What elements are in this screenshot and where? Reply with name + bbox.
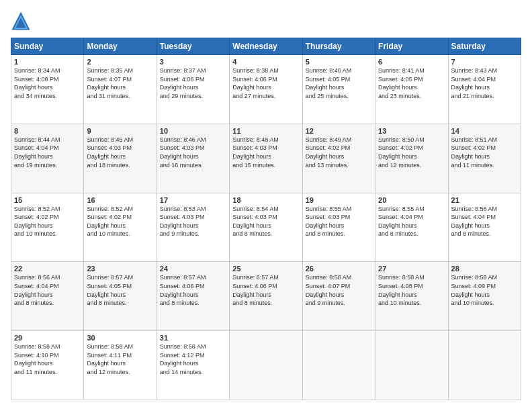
day-number: 18 xyxy=(232,196,299,204)
day-number: 8 xyxy=(14,127,81,135)
calendar-day-cell xyxy=(448,331,521,400)
day-info: Sunrise: 8:57 AMSunset: 4:06 PMDaylight … xyxy=(232,273,299,307)
day-info: Sunrise: 8:49 AMSunset: 4:02 PMDaylight … xyxy=(306,136,372,169)
calendar-day-cell: 21Sunrise: 8:56 AMSunset: 4:04 PMDayligh… xyxy=(448,193,521,262)
calendar-day-cell: 16Sunrise: 8:52 AMSunset: 4:02 PMDayligh… xyxy=(84,193,157,262)
calendar-day-cell: 10Sunrise: 8:46 AMSunset: 4:03 PMDayligh… xyxy=(157,124,229,193)
day-number: 26 xyxy=(306,265,372,273)
calendar-day-cell xyxy=(302,331,375,400)
calendar-day-cell: 31Sunrise: 8:58 AMSunset: 4:12 PMDayligh… xyxy=(157,331,229,400)
day-info: Sunrise: 8:58 AMSunset: 4:11 PMDaylight … xyxy=(87,342,153,376)
calendar-day-cell: 17Sunrise: 8:53 AMSunset: 4:03 PMDayligh… xyxy=(157,193,229,262)
day-number: 6 xyxy=(378,58,445,66)
day-number: 30 xyxy=(87,334,153,342)
day-info: Sunrise: 8:57 AMSunset: 4:05 PMDaylight … xyxy=(87,273,153,307)
calendar-day-cell: 3Sunrise: 8:37 AMSunset: 4:06 PMDaylight… xyxy=(157,55,229,124)
day-info: Sunrise: 8:51 AMSunset: 4:02 PMDaylight … xyxy=(451,136,518,169)
day-number: 16 xyxy=(87,196,153,204)
calendar-day-cell: 25Sunrise: 8:57 AMSunset: 4:06 PMDayligh… xyxy=(230,262,302,331)
calendar-day-cell: 26Sunrise: 8:58 AMSunset: 4:07 PMDayligh… xyxy=(302,262,375,331)
day-info: Sunrise: 8:40 AMSunset: 4:05 PMDaylight … xyxy=(306,66,372,100)
calendar-day-cell: 4Sunrise: 8:38 AMSunset: 4:06 PMDaylight… xyxy=(230,55,302,124)
day-number: 28 xyxy=(451,265,518,273)
day-number: 14 xyxy=(451,127,518,135)
logo-icon xyxy=(11,11,31,31)
calendar-day-cell: 13Sunrise: 8:50 AMSunset: 4:02 PMDayligh… xyxy=(375,124,448,193)
day-info: Sunrise: 8:41 AMSunset: 4:05 PMDaylight … xyxy=(378,66,445,100)
day-number: 2 xyxy=(87,58,153,66)
calendar-day-cell: 20Sunrise: 8:55 AMSunset: 4:04 PMDayligh… xyxy=(375,193,448,262)
calendar-day-cell xyxy=(375,331,448,400)
day-number: 20 xyxy=(378,196,445,204)
calendar-day-cell: 19Sunrise: 8:55 AMSunset: 4:03 PMDayligh… xyxy=(302,193,375,262)
day-number: 9 xyxy=(87,127,153,135)
calendar-day-cell: 2Sunrise: 8:35 AMSunset: 4:07 PMDaylight… xyxy=(84,55,157,124)
day-info: Sunrise: 8:52 AMSunset: 4:02 PMDaylight … xyxy=(14,205,81,238)
day-info: Sunrise: 8:35 AMSunset: 4:07 PMDaylight … xyxy=(87,66,153,100)
calendar-day-cell: 5Sunrise: 8:40 AMSunset: 4:05 PMDaylight… xyxy=(302,55,375,124)
weekday-header-cell: Tuesday xyxy=(157,38,229,55)
day-info: Sunrise: 8:53 AMSunset: 4:03 PMDaylight … xyxy=(160,205,226,238)
day-info: Sunrise: 8:58 AMSunset: 4:10 PMDaylight … xyxy=(14,342,81,376)
day-number: 15 xyxy=(14,196,81,204)
day-number: 11 xyxy=(232,127,299,135)
calendar-day-cell: 23Sunrise: 8:57 AMSunset: 4:05 PMDayligh… xyxy=(84,262,157,331)
day-info: Sunrise: 8:57 AMSunset: 4:06 PMDaylight … xyxy=(160,273,226,307)
day-number: 12 xyxy=(306,127,372,135)
calendar-week-row: 22Sunrise: 8:56 AMSunset: 4:04 PMDayligh… xyxy=(11,262,521,331)
day-number: 3 xyxy=(160,58,226,66)
day-info: Sunrise: 8:43 AMSunset: 4:04 PMDaylight … xyxy=(451,66,518,100)
day-info: Sunrise: 8:56 AMSunset: 4:04 PMDaylight … xyxy=(451,205,518,238)
day-info: Sunrise: 8:48 AMSunset: 4:03 PMDaylight … xyxy=(232,136,299,169)
calendar-day-cell: 12Sunrise: 8:49 AMSunset: 4:02 PMDayligh… xyxy=(302,124,375,193)
day-number: 5 xyxy=(306,58,372,66)
calendar-week-row: 29Sunrise: 8:58 AMSunset: 4:10 PMDayligh… xyxy=(11,331,521,400)
calendar-day-cell: 9Sunrise: 8:45 AMSunset: 4:03 PMDaylight… xyxy=(84,124,157,193)
weekday-header-cell: Saturday xyxy=(448,38,521,55)
calendar-day-cell: 8Sunrise: 8:44 AMSunset: 4:04 PMDaylight… xyxy=(11,124,84,193)
day-number: 7 xyxy=(451,58,518,66)
day-info: Sunrise: 8:45 AMSunset: 4:03 PMDaylight … xyxy=(87,136,153,169)
day-number: 31 xyxy=(160,334,226,342)
day-number: 27 xyxy=(378,265,445,273)
page: SundayMondayTuesdayWednesdayThursdayFrid… xyxy=(0,0,532,411)
calendar-day-cell: 1Sunrise: 8:34 AMSunset: 4:08 PMDaylight… xyxy=(11,55,84,124)
calendar-week-row: 8Sunrise: 8:44 AMSunset: 4:04 PMDaylight… xyxy=(11,124,521,193)
day-info: Sunrise: 8:58 AMSunset: 4:09 PMDaylight … xyxy=(451,273,518,307)
day-number: 29 xyxy=(14,334,81,342)
calendar-week-row: 1Sunrise: 8:34 AMSunset: 4:08 PMDaylight… xyxy=(11,55,521,124)
day-info: Sunrise: 8:37 AMSunset: 4:06 PMDaylight … xyxy=(160,66,226,100)
calendar-day-cell: 7Sunrise: 8:43 AMSunset: 4:04 PMDaylight… xyxy=(448,55,521,124)
day-number: 23 xyxy=(87,265,153,273)
calendar-day-cell: 15Sunrise: 8:52 AMSunset: 4:02 PMDayligh… xyxy=(11,193,84,262)
day-info: Sunrise: 8:55 AMSunset: 4:04 PMDaylight … xyxy=(378,205,445,238)
day-number: 13 xyxy=(378,127,445,135)
day-info: Sunrise: 8:58 AMSunset: 4:08 PMDaylight … xyxy=(378,273,445,307)
day-info: Sunrise: 8:55 AMSunset: 4:03 PMDaylight … xyxy=(306,205,372,238)
day-number: 17 xyxy=(160,196,226,204)
day-info: Sunrise: 8:38 AMSunset: 4:06 PMDaylight … xyxy=(232,66,299,100)
day-info: Sunrise: 8:58 AMSunset: 4:12 PMDaylight … xyxy=(160,342,226,376)
calendar-day-cell: 6Sunrise: 8:41 AMSunset: 4:05 PMDaylight… xyxy=(375,55,448,124)
day-info: Sunrise: 8:56 AMSunset: 4:04 PMDaylight … xyxy=(14,273,81,307)
calendar: SundayMondayTuesdayWednesdayThursdayFrid… xyxy=(11,38,521,400)
calendar-day-cell: 18Sunrise: 8:54 AMSunset: 4:03 PMDayligh… xyxy=(230,193,302,262)
day-info: Sunrise: 8:54 AMSunset: 4:03 PMDaylight … xyxy=(232,205,299,238)
calendar-day-cell: 14Sunrise: 8:51 AMSunset: 4:02 PMDayligh… xyxy=(448,124,521,193)
day-number: 4 xyxy=(232,58,299,66)
weekday-header-cell: Friday xyxy=(375,38,448,55)
calendar-day-cell xyxy=(230,331,302,400)
calendar-day-cell: 27Sunrise: 8:58 AMSunset: 4:08 PMDayligh… xyxy=(375,262,448,331)
header xyxy=(11,11,521,31)
day-number: 21 xyxy=(451,196,518,204)
day-info: Sunrise: 8:50 AMSunset: 4:02 PMDaylight … xyxy=(378,136,445,169)
weekday-header-cell: Monday xyxy=(84,38,157,55)
day-number: 1 xyxy=(14,58,81,66)
day-info: Sunrise: 8:52 AMSunset: 4:02 PMDaylight … xyxy=(87,205,153,238)
calendar-week-row: 15Sunrise: 8:52 AMSunset: 4:02 PMDayligh… xyxy=(11,193,521,262)
day-info: Sunrise: 8:34 AMSunset: 4:08 PMDaylight … xyxy=(14,66,81,100)
logo xyxy=(11,11,35,31)
day-info: Sunrise: 8:44 AMSunset: 4:04 PMDaylight … xyxy=(14,136,81,169)
day-number: 24 xyxy=(160,265,226,273)
day-number: 25 xyxy=(232,265,299,273)
